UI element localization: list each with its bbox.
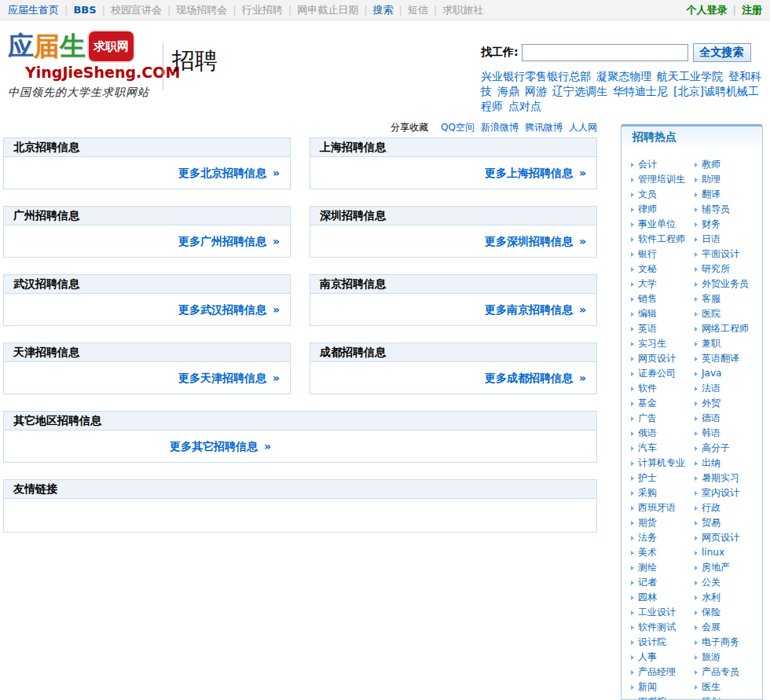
fulltext-search-button[interactable]: 全文搜索 xyxy=(693,43,751,62)
hot-job-link[interactable]: 教师 xyxy=(702,159,720,170)
hot-job-link[interactable]: 高分子 xyxy=(702,442,730,453)
search-input[interactable] xyxy=(522,44,688,61)
more-link-shenzhen[interactable]: 更多深圳招聘信息» xyxy=(485,235,586,247)
hot-job-link[interactable]: 保险 xyxy=(702,607,720,618)
hot-job-link[interactable]: 网络工程师 xyxy=(702,323,749,334)
hot-job-link[interactable]: 人事 xyxy=(638,651,657,662)
hot-job-link[interactable]: 电子商务 xyxy=(702,636,739,647)
hot-job-link[interactable]: 事业单位 xyxy=(638,218,676,229)
hot-job-link[interactable]: 银行 xyxy=(638,248,657,259)
hot-job-link[interactable]: 行政 xyxy=(702,502,720,513)
site-logo[interactable]: 应届生求职网 YingJieSheng.COM 中国领先的大学生求职网站 xyxy=(8,30,165,101)
hot-job-link[interactable]: 文员 xyxy=(638,189,657,200)
topnav-item-4[interactable]: 行业招聘 xyxy=(242,4,283,16)
hot-job-link[interactable]: 图书馆 xyxy=(638,696,666,700)
hot-job-link[interactable]: 室内设计 xyxy=(702,487,739,498)
hot-job-link[interactable]: 美术 xyxy=(638,547,657,558)
topnav-item-7[interactable]: 短信 xyxy=(408,4,428,16)
hot-job-link[interactable]: 产品经理 xyxy=(638,666,676,677)
hot-job-link[interactable]: 房地产 xyxy=(702,562,730,573)
hot-job-link[interactable]: 会展 xyxy=(702,621,720,632)
hot-link-2[interactable]: 航天工业学院 xyxy=(657,70,723,82)
hot-job-link[interactable]: 英语翻译 xyxy=(702,353,739,364)
topnav-item-2[interactable]: 校园宣讲会 xyxy=(111,4,162,16)
hot-job-link[interactable]: 暑期实习 xyxy=(702,472,739,483)
hot-job-link[interactable]: 文秘 xyxy=(638,263,657,274)
hot-link-7[interactable]: 华特迪士尼 xyxy=(613,85,668,97)
hot-job-link[interactable]: 客服 xyxy=(702,293,720,304)
register-link[interactable]: 注册 xyxy=(742,4,762,16)
hot-job-link[interactable]: 设计院 xyxy=(638,636,666,647)
hot-job-link[interactable]: 编辑 xyxy=(638,308,657,319)
hot-job-link[interactable]: 基金 xyxy=(638,398,657,409)
hot-job-link[interactable]: 销售 xyxy=(638,293,657,304)
more-link-nanjing[interactable]: 更多南京招聘信息» xyxy=(485,303,586,316)
hot-job-link[interactable]: 软件 xyxy=(638,383,657,394)
hot-job-link[interactable]: 公关 xyxy=(702,577,720,588)
hot-job-link[interactable]: 贸易 xyxy=(702,517,720,528)
more-link-chengdu[interactable]: 更多成都招聘信息» xyxy=(485,372,586,384)
topnav-item-5[interactable]: 网申截止日期 xyxy=(297,4,358,16)
hot-job-link[interactable]: 软件工程师 xyxy=(638,233,685,244)
hot-job-link[interactable]: 英语 xyxy=(638,323,657,334)
hot-job-link[interactable]: 软件测试 xyxy=(638,621,676,632)
login-link[interactable]: 个人登录 xyxy=(687,4,728,16)
hot-job-link[interactable]: 日语 xyxy=(702,233,720,244)
hot-job-link[interactable]: 兼职 xyxy=(702,338,720,349)
hot-job-link[interactable]: 法语 xyxy=(702,383,720,394)
more-link-tianjin[interactable]: 更多天津招聘信息» xyxy=(178,372,280,384)
hot-job-link[interactable]: 出纳 xyxy=(702,457,720,468)
hot-job-link[interactable]: 旅游 xyxy=(702,651,720,662)
hot-job-link[interactable]: 研究所 xyxy=(702,263,730,274)
hot-job-link[interactable]: Java xyxy=(702,368,721,379)
hot-link-0[interactable]: 兴业银行零售银行总部 xyxy=(481,70,591,82)
hot-job-link[interactable]: 新闻 xyxy=(638,681,657,692)
hot-job-link[interactable]: 平面设计 xyxy=(702,248,739,259)
hot-job-link[interactable]: 翻译 xyxy=(702,189,720,200)
topnav-item-1[interactable]: BBS xyxy=(73,4,96,16)
share-link-2[interactable]: 腾讯微博 xyxy=(525,122,563,133)
hot-job-link[interactable]: 策划 xyxy=(702,696,720,700)
hot-job-link[interactable]: 德语 xyxy=(702,412,720,423)
hot-job-link[interactable]: 财务 xyxy=(702,218,720,229)
hot-job-link[interactable]: 管理培训生 xyxy=(638,174,685,185)
hot-job-link[interactable]: 助理 xyxy=(702,174,720,185)
hot-job-link[interactable]: 测绘 xyxy=(638,562,657,573)
hot-job-link[interactable]: 辅导员 xyxy=(702,203,730,214)
share-link-0[interactable]: QQ空间 xyxy=(441,122,475,133)
hot-link-9[interactable]: 点对点 xyxy=(508,100,541,112)
topnav-item-8[interactable]: 求职旅社 xyxy=(442,4,483,16)
more-link-guangzhou[interactable]: 更多广州招聘信息» xyxy=(178,235,280,247)
hot-job-link[interactable]: 期货 xyxy=(638,517,657,528)
hot-job-link[interactable]: 俄语 xyxy=(638,427,657,438)
hot-link-1[interactable]: 凝聚态物理 xyxy=(596,70,651,82)
hot-job-link[interactable]: 韩语 xyxy=(702,427,720,438)
more-link-shanghai[interactable]: 更多上海招聘信息» xyxy=(485,167,586,179)
hot-job-link[interactable]: 水利 xyxy=(702,592,720,603)
share-link-1[interactable]: 新浪微博 xyxy=(481,122,519,133)
topnav-item-0[interactable]: 应届生首页 xyxy=(8,4,59,16)
hot-job-link[interactable]: 外贸 xyxy=(702,398,720,409)
hot-job-link[interactable]: 园林 xyxy=(638,592,657,603)
hot-job-link[interactable]: 医院 xyxy=(702,308,720,319)
topnav-item-3[interactable]: 现场招聘会 xyxy=(176,4,227,16)
hot-job-link[interactable]: 实习生 xyxy=(638,338,666,349)
hot-job-link[interactable]: 广告 xyxy=(638,412,657,423)
hot-job-link[interactable]: 工业设计 xyxy=(638,607,676,618)
share-link-3[interactable]: 人人网 xyxy=(569,122,597,133)
hot-job-link[interactable]: 律师 xyxy=(638,203,657,214)
hot-job-link[interactable]: 会计 xyxy=(638,159,657,170)
hot-job-link[interactable]: 大学 xyxy=(638,278,657,289)
hot-job-link[interactable]: 网页设计 xyxy=(638,353,676,364)
hot-link-4[interactable]: 海鼎 xyxy=(497,85,519,97)
hot-job-link[interactable]: 护士 xyxy=(638,472,657,483)
more-link-other[interactable]: 更多其它招聘信息» xyxy=(170,440,271,453)
hot-job-link[interactable]: 计算机专业 xyxy=(638,457,685,468)
hot-link-6[interactable]: 辽宁选调生 xyxy=(552,85,607,97)
hot-link-5[interactable]: 网游 xyxy=(525,85,547,97)
hot-job-link[interactable]: linux xyxy=(702,547,724,558)
more-link-beijing[interactable]: 更多北京招聘信息» xyxy=(178,167,280,179)
hot-job-link[interactable]: 产品专员 xyxy=(702,666,739,677)
hot-job-link[interactable]: 医生 xyxy=(702,681,720,692)
hot-job-link[interactable]: 法务 xyxy=(638,532,657,543)
